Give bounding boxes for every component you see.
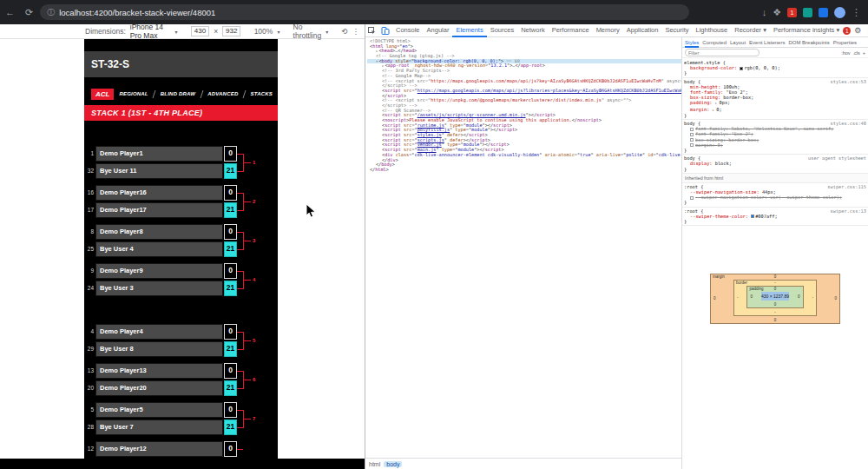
new-rule-button[interactable]: + [863,50,865,56]
player-name[interactable]: Demo Player1 [95,146,223,162]
styles-tab-layout[interactable]: Layout [730,37,746,48]
player-name[interactable]: Demo Player13 [95,363,223,379]
player-name[interactable]: Demo Player9 [95,263,223,279]
devtools-panel: ConsoleAngularElementsSourcesNetworkPerf… [365,24,868,469]
stylesheet-link[interactable]: swiper.css:115 [827,184,866,189]
styles-tab-event-listeners[interactable]: Event Listeners [749,37,785,48]
player-name[interactable]: Demo Player16 [95,185,223,201]
code-token: cdk-live-announcer-element cdk-visually-… [415,152,540,157]
browser-menu-icon[interactable]: ⋮ [852,0,861,24]
player-name[interactable]: Demo Player8 [95,224,223,240]
color-swatch[interactable] [751,215,754,218]
css-property[interactable]: --swiper-navigation-color: var(--swiper-… [684,195,866,200]
downloads-icon[interactable]: ↓ [762,0,767,24]
styles-tab-dom-breakpoints[interactable]: DOM Breakpoints [788,37,829,48]
devtools-tab-angular[interactable]: Angular [424,24,453,37]
devtools-tab-elements[interactable]: Elements [452,24,486,37]
player-name[interactable]: Demo Player5 [95,402,223,418]
code-token: > [599,117,602,122]
player-name[interactable]: Bye User 4 [95,241,223,257]
extensions-puzzle-icon[interactable]: ❖ [773,0,781,24]
stylesheet-link[interactable]: swiper.css:13 [831,208,866,214]
styles-tab-computed[interactable]: Computed [702,37,727,48]
bracket-player-row: 16Demo Player160 [84,185,237,201]
devtools-tab-lighthouse[interactable]: Lighthouse [693,24,732,37]
player-name[interactable]: Bye User 8 [95,341,223,357]
boxmodel-border: border--padding00430 × 1237.8900-- [733,280,817,316]
devtools-menu-icon[interactable]: ⋮ [865,26,868,35]
bracket-player-row: 25Bye User 421 [84,241,237,257]
stylesheet-link[interactable]: styles.css:40 [831,121,866,126]
devtools-tab-performance-insights[interactable]: Performance insights ▾ [770,24,843,37]
boxmodel-value: - [734,310,816,315]
property-checkbox[interactable] [690,196,694,200]
style-rule: element.style {background-color: rgb(0, … [682,59,868,78]
site-info-icon[interactable]: ⓘ [47,7,55,18]
breadcrumb-body[interactable]: body [384,461,402,467]
devtools-tab-performance[interactable]: Performance [549,24,593,37]
seed-number: 4 [84,324,95,340]
dom-tree-line[interactable]: <div class="cdk-live-announcer-element c… [367,153,681,158]
player-name[interactable]: Bye User 3 [95,281,223,296]
settings-gear-icon[interactable]: ⚙ [854,26,861,35]
property-checkbox[interactable] [690,128,694,131]
property-checkbox[interactable] [690,143,694,147]
property-value: border-box; [728,137,759,142]
css-property[interactable]: padding: ▸ 0px; [684,100,866,106]
error-badge[interactable]: 1 [843,27,851,35]
reload-icon[interactable]: ⟳ [25,0,33,24]
player-name[interactable]: Demo Player17 [95,202,223,218]
styles-filter-input[interactable] [685,49,760,56]
score-box: 21 [224,241,237,257]
device-toolbar-toggle-icon[interactable] [381,27,390,35]
stylesheet-link[interactable]: styles.css:53 [831,79,866,84]
extension-icon[interactable] [803,8,812,17]
property-checkbox[interactable] [690,138,694,142]
property-checkbox[interactable] [690,133,694,136]
color-swatch[interactable] [740,67,743,70]
profile-avatar[interactable] [834,7,845,18]
player-name[interactable]: Bye User 7 [95,419,223,435]
devtools-tab-recorder[interactable]: Recorder ▾ [731,24,770,37]
dom-tree-line[interactable]: </html> [367,168,681,173]
player-name[interactable]: Demo Player20 [95,380,223,396]
player-name[interactable]: Demo Player4 [95,324,223,340]
class-toggle[interactable]: .cls [853,50,860,56]
css-property[interactable]: margin: ▸ 0; [684,107,866,113]
stylesheet-link[interactable]: user agent stylesheet [808,155,866,161]
devtools-tab-console[interactable]: Console [392,24,424,37]
zoom-select[interactable]: 100% [254,27,273,36]
styles-tab-properties[interactable]: Properties [833,37,857,48]
property-name: padding: [690,100,715,105]
extension-badge[interactable]: 1 [787,8,797,17]
rule-selector: body { [684,155,700,161]
devtools-tab-network[interactable]: Network [517,24,549,37]
styles-tab-styles[interactable]: Styles [685,37,699,48]
player-name[interactable]: Demo Player12 [95,441,223,457]
styles-filter-row: :hov .cls + [682,48,868,58]
viewport-height-input[interactable]: 932 [222,26,240,36]
devtools-tab-security[interactable]: Security [661,24,692,37]
extension-icon-2[interactable] [819,8,828,17]
pseudo-state-toggle[interactable]: :hov [841,50,850,56]
dom-tree-line[interactable]: <script src="https://maps.googleapis.com… [367,89,681,94]
browser-actions: ↓ ❖ 1 ⋮ [762,0,861,24]
address-bar[interactable]: ⓘ localhost:4200/bracket-stack-viewer/48… [40,4,689,20]
bracket-player-row: 20Demo Player2021 [84,380,237,396]
viewport-width-input[interactable]: 430 [191,26,209,36]
devtools-tab-application[interactable]: Application [623,24,662,37]
device-select[interactable]: iPhone 14 Pro Max [130,23,171,40]
breadcrumb-html[interactable]: html [369,461,380,467]
rule-close-brace: } [684,167,866,172]
player-name[interactable]: Bye User 11 [95,163,223,179]
inspect-element-icon[interactable] [368,27,376,35]
rotate-icon[interactable]: ⟲ [341,27,347,36]
throttling-select[interactable]: No throttling [293,23,322,40]
back-icon[interactable]: ← [5,0,15,24]
devtools-tab-memory[interactable]: Memory [593,24,623,37]
property-name: --swiper-theme-color: [690,214,751,219]
devbar-menu-icon[interactable]: ⋮ [352,27,360,36]
devtools-tab-sources[interactable]: Sources [487,24,518,37]
connector-line [243,162,251,163]
code-token: > [507,142,510,147]
